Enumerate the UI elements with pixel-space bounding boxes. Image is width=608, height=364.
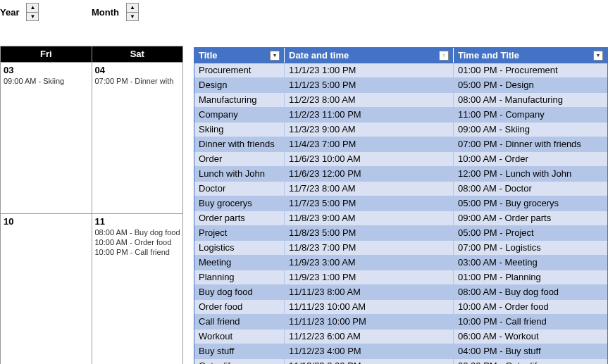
cell-datetime: 11/9/23 3:00 AM <box>285 256 454 270</box>
cell-title: Manufacturing <box>194 93 285 107</box>
month-spinner: ▲ ▼ <box>126 3 139 21</box>
calendar-row: 101108:00 AM - Buy dog food10:00 AM - Or… <box>1 213 182 364</box>
cell-timetitle: 10:00 PM - Call friend <box>454 315 607 329</box>
table-row[interactable]: Project11/8/23 5:00 PM05:00 PM - Project <box>194 226 607 241</box>
cell-title: Order <box>194 152 285 166</box>
cell-timetitle: 10:00 AM - Order <box>454 152 607 166</box>
cell-title: Dinner with friends <box>194 137 285 151</box>
table-row[interactable]: Logistics11/8/23 7:00 PM07:00 PM - Logis… <box>194 241 607 256</box>
table-row[interactable]: Planning11/9/23 1:00 PM01:00 PM - Planni… <box>194 270 607 285</box>
cell-datetime: 11/11/23 10:00 PM <box>285 315 454 329</box>
table-row[interactable]: Company11/2/23 11:00 PM11:00 PM - Compan… <box>194 108 607 123</box>
cell-timetitle: 10:00 AM - Order food <box>454 300 607 314</box>
cell-timetitle: 07:00 PM - Dinner with friends <box>454 137 607 151</box>
cell-title: Procurement <box>194 63 285 77</box>
table-row[interactable]: Design11/1/23 5:00 PM05:00 PM - Design <box>194 78 607 93</box>
table-row[interactable]: Buy stuff11/12/23 4:00 PM04:00 PM - Buy … <box>194 344 607 359</box>
calendar-grid: Fri Sat 0309:00 AM - Skiing0407:00 PM - … <box>0 46 183 364</box>
cell-timetitle: 11:00 PM - Company <box>454 108 607 122</box>
table-row[interactable]: Order food11/11/23 10:00 AM10:00 AM - Or… <box>194 300 607 315</box>
cell-title: Order parts <box>194 211 285 225</box>
calendar-day-number: 10 <box>4 216 89 227</box>
cell-title: Call friend <box>194 315 285 329</box>
cell-timetitle: 05:00 PM - Project <box>454 226 607 240</box>
cell-datetime: 11/1/23 5:00 PM <box>285 78 454 92</box>
cell-datetime: 11/2/23 8:00 AM <box>285 93 454 107</box>
table-row[interactable]: Buy dog food11/11/23 8:00 AM08:00 AM - B… <box>194 285 607 300</box>
table-row[interactable]: Order11/6/23 10:00 AM10:00 AM - Order <box>194 152 607 167</box>
table-row[interactable]: Order parts11/8/23 9:00 AM09:00 AM - Ord… <box>194 211 607 226</box>
calendar-event[interactable]: 07:00 PM - Dinner with <box>95 77 180 85</box>
calendar-event[interactable]: 10:00 AM - Order food <box>95 238 180 246</box>
cell-timetitle: 03:00 AM - Meeting <box>454 256 607 270</box>
table-row[interactable]: Dinner with friends11/4/23 7:00 PM07:00 … <box>194 137 607 152</box>
calendar-event[interactable]: 09:00 AM - Skiing <box>4 77 89 85</box>
cell-title: Order food <box>194 300 285 314</box>
table-row[interactable]: Manufacturing11/2/23 8:00 AM08:00 AM - M… <box>194 93 607 108</box>
table-body: Procurement11/1/23 1:00 PM01:00 PM - Pro… <box>194 63 607 364</box>
column-header-title[interactable]: Title ▼ <box>194 48 285 63</box>
calendar-event[interactable]: 08:00 AM - Buy dog food <box>95 228 180 237</box>
cell-timetitle: 08:00 AM - Buy dog food <box>454 285 607 299</box>
cell-timetitle: 01:00 PM - Procurement <box>454 63 607 77</box>
table-row[interactable]: Lunch with John11/6/23 12:00 PM12:00 PM … <box>194 167 607 182</box>
cell-timetitle: 05:00 PM - Design <box>454 78 607 92</box>
calendar-event[interactable]: 10:00 PM - Call friend <box>95 248 180 256</box>
year-control: Year ▲ ▼ <box>0 3 39 21</box>
cell-title: Planning <box>194 270 285 284</box>
cell-datetime: 11/3/23 9:00 AM <box>285 123 454 137</box>
calendar-day-number: 11 <box>95 216 180 227</box>
table-header: Title ▼ Date and time ↑ Time and Title ▼ <box>194 48 607 63</box>
calendar-header: Fri Sat <box>1 46 182 62</box>
cell-datetime: 11/8/23 7:00 PM <box>285 241 454 255</box>
cell-title: Buy stuff <box>194 344 285 358</box>
calendar-cell[interactable]: 0309:00 AM - Skiing <box>1 63 92 213</box>
table-row[interactable]: Call friend11/11/23 10:00 PM10:00 PM - C… <box>194 315 607 330</box>
cell-timetitle: 08:00 AM - Manufacturing <box>454 93 607 107</box>
calendar-day-number: 03 <box>4 65 89 75</box>
sort-asc-icon[interactable]: ↑ <box>439 51 449 61</box>
year-spinner: ▲ ▼ <box>26 3 39 21</box>
calendar-cell[interactable]: 0407:00 PM - Dinner with <box>92 63 183 213</box>
filter-icon[interactable]: ▼ <box>593 51 603 61</box>
cell-title: Project <box>194 226 285 240</box>
cell-title: Logistics <box>194 241 285 255</box>
calendar-cell[interactable]: 1108:00 AM - Buy dog food10:00 AM - Orde… <box>92 214 183 364</box>
cell-title: Design <box>194 78 285 92</box>
cell-title: Workout <box>194 330 285 344</box>
cell-datetime: 11/6/23 12:00 PM <box>285 167 454 181</box>
column-header-datetime[interactable]: Date and time ↑ <box>285 48 454 63</box>
column-label-datetime: Date and time <box>289 50 349 61</box>
cell-datetime: 11/11/23 8:00 AM <box>285 285 454 299</box>
month-label: Month <box>92 7 119 18</box>
column-header-timetitle[interactable]: Time and Title ▼ <box>454 48 607 63</box>
table-row[interactable]: Doctor11/7/23 8:00 AM08:00 AM - Doctor <box>194 182 607 196</box>
cell-timetitle: 01:00 PM - Planning <box>454 270 607 284</box>
cell-timetitle: 02:00 PM - Get a life <box>454 359 607 364</box>
table-row[interactable]: Buy grocerys11/7/23 5:00 PM05:00 PM - Bu… <box>194 196 607 211</box>
calendar-day-number: 04 <box>95 65 180 75</box>
year-label: Year <box>0 7 19 18</box>
month-down-button[interactable]: ▼ <box>127 12 138 20</box>
controls-bar: Year ▲ ▼ Month ▲ ▼ <box>0 0 183 28</box>
year-down-button[interactable]: ▼ <box>27 12 38 20</box>
calendar-cell[interactable]: 10 <box>1 214 92 364</box>
cell-timetitle: 12:00 PM - Lunch with John <box>454 167 607 181</box>
table-row[interactable]: Skiing11/3/23 9:00 AM09:00 AM - Skiing <box>194 123 607 137</box>
table-row[interactable]: Workout11/12/23 6:00 AM06:00 AM - Workou… <box>194 330 607 344</box>
cell-title: Buy grocerys <box>194 196 285 211</box>
month-up-button[interactable]: ▲ <box>127 4 138 12</box>
cell-datetime: 11/7/23 5:00 PM <box>285 196 454 211</box>
table-row[interactable]: Procurement11/1/23 1:00 PM01:00 PM - Pro… <box>194 63 607 78</box>
cell-title: Doctor <box>194 182 285 196</box>
cell-datetime: 11/4/23 7:00 PM <box>285 137 454 151</box>
cell-timetitle: 09:00 AM - Order parts <box>454 211 607 225</box>
table-row[interactable]: Get a life11/13/23 2:00 PM02:00 PM - Get… <box>194 359 607 364</box>
cell-timetitle: 05:00 PM - Buy grocerys <box>454 196 607 211</box>
cell-timetitle: 06:00 AM - Workout <box>454 330 607 344</box>
table-row[interactable]: Meeting11/9/23 3:00 AM03:00 AM - Meeting <box>194 256 607 270</box>
events-table: Title ▼ Date and time ↑ Time and Title ▼… <box>194 47 608 364</box>
year-up-button[interactable]: ▲ <box>27 4 38 12</box>
column-label-title: Title <box>199 50 218 61</box>
filter-icon[interactable]: ▼ <box>270 51 280 61</box>
